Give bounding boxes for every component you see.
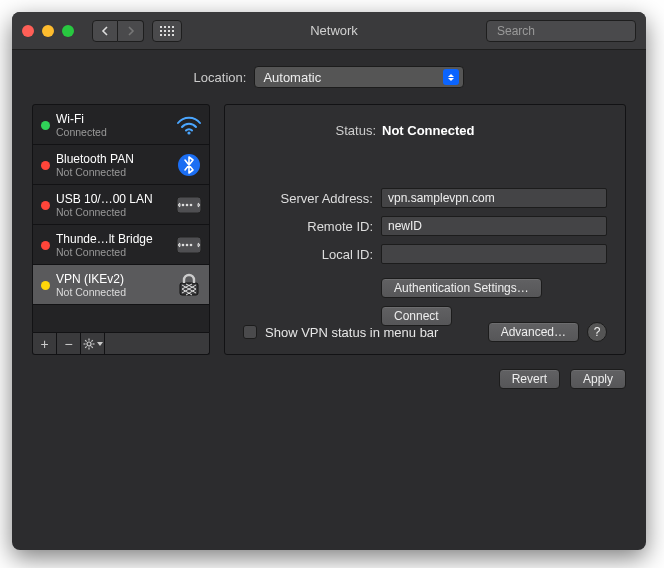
status-dot bbox=[41, 281, 50, 290]
show-all-button[interactable] bbox=[152, 20, 182, 42]
bluetooth-icon bbox=[175, 151, 203, 179]
back-button[interactable] bbox=[92, 20, 118, 42]
service-name: Bluetooth PAN bbox=[56, 152, 169, 166]
status-value: Not Connected bbox=[382, 123, 474, 138]
service-status: Connected bbox=[56, 126, 169, 138]
search-input[interactable] bbox=[497, 24, 646, 38]
traffic-lights bbox=[22, 25, 74, 37]
zoom-button[interactable] bbox=[62, 25, 74, 37]
status-dot bbox=[41, 121, 50, 130]
forward-button[interactable] bbox=[118, 20, 144, 42]
svg-rect-11 bbox=[172, 34, 174, 36]
status-dot bbox=[41, 201, 50, 210]
service-name: Wi-Fi bbox=[56, 112, 169, 126]
service-status: Not Connected bbox=[56, 166, 169, 178]
add-service-button[interactable]: + bbox=[33, 333, 57, 354]
svg-point-19 bbox=[190, 203, 193, 206]
svg-rect-0 bbox=[160, 26, 162, 28]
server-address-input[interactable] bbox=[381, 188, 607, 208]
svg-rect-4 bbox=[160, 30, 162, 32]
location-row: Location: Automatic bbox=[12, 50, 646, 100]
svg-rect-2 bbox=[168, 26, 170, 28]
service-name: USB 10/…00 LAN bbox=[56, 192, 169, 206]
server-address-label: Server Address: bbox=[243, 191, 373, 206]
service-status: Not Connected bbox=[56, 206, 169, 218]
svg-point-21 bbox=[182, 243, 185, 246]
show-vpn-menubar-checkbox[interactable] bbox=[243, 325, 257, 339]
location-value: Automatic bbox=[263, 70, 443, 85]
svg-rect-1 bbox=[164, 26, 166, 28]
svg-line-36 bbox=[85, 340, 86, 341]
svg-rect-10 bbox=[168, 34, 170, 36]
remote-id-label: Remote ID: bbox=[243, 219, 373, 234]
show-vpn-menubar-label: Show VPN status in menu bar bbox=[265, 325, 438, 340]
location-label: Location: bbox=[194, 70, 247, 85]
service-item-wifi[interactable]: Wi-Fi Connected bbox=[33, 105, 209, 145]
service-actions-button[interactable] bbox=[81, 333, 105, 354]
svg-rect-9 bbox=[164, 34, 166, 36]
gear-icon bbox=[83, 338, 95, 350]
chevron-down-icon bbox=[97, 342, 103, 346]
revert-button[interactable]: Revert bbox=[499, 369, 560, 389]
svg-rect-8 bbox=[160, 34, 162, 36]
svg-point-31 bbox=[87, 342, 91, 346]
svg-rect-5 bbox=[164, 30, 166, 32]
footer: Revert Apply bbox=[12, 369, 646, 403]
window-title: Network bbox=[182, 23, 486, 38]
service-item-vpn[interactable]: VPN (IKEv2) Not Connected bbox=[33, 265, 209, 305]
service-list: Wi-Fi Connected Bluetooth PAN Not Connec… bbox=[32, 104, 210, 333]
service-status: Not Connected bbox=[56, 246, 169, 258]
ethernet-icon bbox=[175, 191, 203, 219]
local-id-input[interactable] bbox=[381, 244, 607, 264]
svg-line-39 bbox=[85, 346, 86, 347]
close-button[interactable] bbox=[22, 25, 34, 37]
svg-rect-7 bbox=[172, 30, 174, 32]
service-item-bluetooth[interactable]: Bluetooth PAN Not Connected bbox=[33, 145, 209, 185]
svg-rect-6 bbox=[168, 30, 170, 32]
remove-service-button[interactable]: − bbox=[57, 333, 81, 354]
nav-segment bbox=[92, 20, 144, 42]
advanced-button[interactable]: Advanced… bbox=[488, 322, 579, 342]
search-field[interactable] bbox=[486, 20, 636, 42]
help-button[interactable]: ? bbox=[587, 322, 607, 342]
service-item-thunderbolt-bridge[interactable]: Thunde…lt Bridge Not Connected bbox=[33, 225, 209, 265]
service-name: VPN (IKEv2) bbox=[56, 272, 169, 286]
detail-panel: Status: Not Connected Server Address: Re… bbox=[224, 104, 626, 355]
service-status: Not Connected bbox=[56, 286, 169, 298]
service-item-usb-lan[interactable]: USB 10/…00 LAN Not Connected bbox=[33, 185, 209, 225]
svg-line-38 bbox=[91, 340, 92, 341]
sidebar-toolbar: + − bbox=[32, 333, 210, 355]
ethernet-icon bbox=[175, 231, 203, 259]
svg-line-37 bbox=[91, 346, 92, 347]
svg-point-18 bbox=[186, 203, 189, 206]
chevron-updown-icon bbox=[443, 69, 459, 85]
status-dot bbox=[41, 241, 50, 250]
service-sidebar: Wi-Fi Connected Bluetooth PAN Not Connec… bbox=[32, 104, 210, 355]
service-name: Thunde…lt Bridge bbox=[56, 232, 169, 246]
svg-point-22 bbox=[186, 243, 189, 246]
svg-rect-3 bbox=[172, 26, 174, 28]
apply-button[interactable]: Apply bbox=[570, 369, 626, 389]
minimize-button[interactable] bbox=[42, 25, 54, 37]
grid-icon bbox=[160, 26, 174, 36]
svg-point-14 bbox=[187, 131, 190, 134]
remote-id-input[interactable] bbox=[381, 216, 607, 236]
svg-point-23 bbox=[190, 243, 193, 246]
svg-point-17 bbox=[182, 203, 185, 206]
location-dropdown[interactable]: Automatic bbox=[254, 66, 464, 88]
titlebar: Network bbox=[12, 12, 646, 50]
lock-icon bbox=[175, 271, 203, 299]
network-prefs-window: Network Location: Automatic Wi-Fi Connec… bbox=[12, 12, 646, 550]
local-id-label: Local ID: bbox=[243, 247, 373, 262]
wifi-icon bbox=[175, 111, 203, 139]
status-label: Status: bbox=[336, 123, 376, 138]
auth-settings-button[interactable]: Authentication Settings… bbox=[381, 278, 542, 298]
status-dot bbox=[41, 161, 50, 170]
